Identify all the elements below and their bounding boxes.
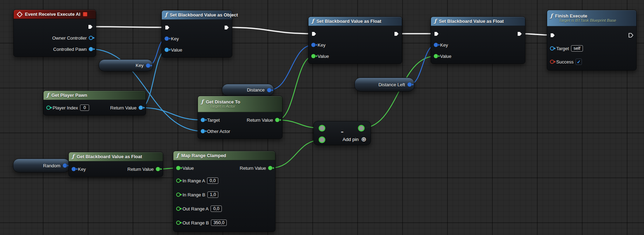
- node-header[interactable]: ƒMap Range Clamped: [173, 151, 275, 160]
- pin-label: Other Actor: [207, 129, 230, 134]
- success-pin[interactable]: [550, 60, 554, 64]
- wire-event_receive_execute_ai-exec_out-to-set_blackboard_value_as_object-exec_in[interactable]: [91, 27, 167, 27]
- node-set-blackboard-value-as-object[interactable]: ƒSet Blackboard Value as ObjectKeyValue: [161, 10, 232, 58]
- key-pin[interactable]: [72, 167, 76, 171]
- blueprint-graph-canvas[interactable]: Event Receive Execute AIOwner Controller…: [0, 0, 644, 235]
- node-get-player-pawn[interactable]: ƒGet Player PawnPlayer Index0Return Valu…: [43, 90, 146, 115]
- pin-row: Value: [162, 44, 232, 55]
- target-value-input[interactable]: self: [571, 45, 583, 52]
- return-value-pin[interactable]: [156, 167, 160, 171]
- function-icon: ƒ: [47, 93, 49, 98]
- node-get-blackboard-value-as-float[interactable]: ƒGet Blackboard Value as FloatKeyReturn …: [68, 152, 163, 177]
- out-pin[interactable]: [267, 88, 271, 92]
- return-value-pin[interactable]: [275, 118, 279, 122]
- node-header[interactable]: ƒGet Blackboard Value as Float: [69, 152, 163, 161]
- wire-get_player_pawn-return_value-to-get_distance_to-target[interactable]: [141, 108, 203, 120]
- out-range-a-pin[interactable]: [176, 207, 180, 211]
- exec-out-pin[interactable]: [224, 25, 229, 30]
- key-pin[interactable]: [165, 36, 169, 41]
- player-index-pin[interactable]: [46, 106, 51, 110]
- exec-in-pin[interactable]: [434, 31, 439, 36]
- value-pin[interactable]: [434, 54, 438, 58]
- pin-label: Key: [78, 167, 86, 172]
- function-icon: ƒ: [165, 12, 167, 18]
- variable-label: Distance: [226, 87, 265, 93]
- node-header[interactable]: ƒFinish ExecuteTarget is BTTask Blueprin…: [547, 10, 636, 26]
- pin-row: [308, 28, 402, 39]
- wire-distance_var-out-to-set_blackboard_value_as_float_1-key[interactable]: [269, 45, 313, 90]
- out-pin[interactable]: [63, 163, 67, 168]
- node-subtract[interactable]: -Add pin⊕: [313, 121, 371, 145]
- node-subtitle: Target is BTTask Blueprint Base: [550, 18, 633, 22]
- owner-controller-pin[interactable]: [89, 36, 93, 40]
- pin-row: Out Range B350,0: [173, 216, 275, 230]
- node-header[interactable]: ƒSet Blackboard Value as Float: [308, 17, 402, 26]
- player-index-value-input[interactable]: 0: [80, 105, 89, 111]
- exec-out-pin[interactable]: [517, 31, 522, 36]
- node-distance-left-var[interactable]: Distance Left: [354, 78, 414, 92]
- key-pin[interactable]: [434, 43, 438, 47]
- in-range-b-pin[interactable]: [176, 193, 180, 197]
- function-icon: ƒ: [177, 153, 179, 158]
- value-pin[interactable]: [165, 48, 169, 52]
- in1-pin[interactable]: [319, 125, 325, 132]
- node-get-distance-to[interactable]: ƒGet Distance ToTarget is ActorTargetRet…: [198, 96, 283, 139]
- node-header[interactable]: ƒSet Blackboard Value as Float: [431, 17, 525, 26]
- target-pin[interactable]: [550, 46, 554, 51]
- in-range-a-pin[interactable]: [176, 179, 180, 183]
- in2-pin[interactable]: [319, 136, 325, 143]
- value-pin[interactable]: [311, 54, 316, 58]
- function-icon: ƒ: [550, 13, 552, 19]
- exec-in-pin[interactable]: [165, 25, 170, 30]
- node-header[interactable]: ƒGet Player Pawn: [44, 91, 146, 100]
- success-checkbox[interactable]: ✓: [576, 59, 582, 65]
- return-value-pin[interactable]: [139, 106, 143, 110]
- node-random-var[interactable]: Random: [13, 159, 70, 173]
- node-header[interactable]: Event Receive Execute AI: [14, 10, 96, 19]
- controlled-pawn-pin[interactable]: [89, 47, 93, 51]
- node-title: Event Receive Execute AI: [25, 12, 80, 17]
- node-header[interactable]: ƒGet Distance ToTarget is Actor: [198, 96, 282, 112]
- node-set-blackboard-value-as-float-2[interactable]: ƒSet Blackboard Value as FloatKeyValue: [431, 16, 525, 64]
- return-value-pin[interactable]: [268, 166, 272, 170]
- node-distance-var[interactable]: Distance: [222, 84, 274, 96]
- exec-out-pin[interactable]: [394, 31, 399, 36]
- exec-in-pin[interactable]: [550, 33, 555, 38]
- wire-map_range_clamped-return_value-to-subtract-in2[interactable]: [270, 140, 322, 168]
- out-range-a-value-input[interactable]: 0,0: [211, 206, 221, 212]
- out-pin[interactable]: [146, 63, 150, 68]
- pin-row: Owner Controller: [14, 32, 96, 43]
- target-pin[interactable]: [201, 118, 205, 122]
- out-range-b-value-input[interactable]: 350,0: [211, 220, 227, 226]
- pin-row: Out Range A0,0: [173, 202, 275, 216]
- key-pin[interactable]: [311, 43, 316, 47]
- variable-label: Key: [103, 63, 144, 68]
- node-event-receive-execute-ai[interactable]: Event Receive Execute AIOwner Controller…: [13, 9, 96, 57]
- node-set-blackboard-value-as-float-1[interactable]: ƒSet Blackboard Value as FloatKeyValue: [308, 16, 402, 64]
- pin-row: In Range B1,0: [173, 188, 275, 202]
- other-actor-pin[interactable]: [201, 129, 205, 133]
- out-pin[interactable]: [358, 125, 365, 132]
- exec-in-pin[interactable]: [311, 31, 317, 36]
- in-range-a-value-input[interactable]: 0,0: [207, 177, 218, 184]
- value-pin[interactable]: [176, 166, 180, 170]
- in-range-b-value-input[interactable]: 1,0: [207, 192, 218, 198]
- node-header[interactable]: ƒSet Blackboard Value as Object: [162, 11, 232, 20]
- node-title: Map Range Clamped: [181, 153, 226, 158]
- add-pin-icon[interactable]: ⊕: [361, 136, 366, 142]
- out-pin[interactable]: [407, 82, 412, 87]
- node-key-var[interactable]: Key: [99, 59, 153, 72]
- node-map-range-clamped[interactable]: ƒMap Range ClampedValueReturn ValueIn Ra…: [173, 151, 275, 232]
- wire-get_distance_to-return_value-to-set_blackboard_value_as_float_1-value[interactable]: [277, 56, 313, 120]
- node-finish-execute[interactable]: ƒFinish ExecuteTarget is BTTask Blueprin…: [547, 10, 637, 70]
- variable-label: Distance Left: [359, 82, 405, 87]
- wire-set_blackboard_value_as_object-exec_out-to-set_blackboard_value_as_float_1-exec_in[interactable]: [227, 27, 314, 34]
- pin-label: Return Value: [247, 118, 273, 123]
- wire-subtract-out-to-set_blackboard_value_as_float_2-value[interactable]: [361, 56, 436, 128]
- node-title: Set Blackboard Value as Float: [316, 19, 381, 24]
- out-range-b-pin[interactable]: [176, 221, 180, 225]
- add-pin-button[interactable]: Add pin⊕: [343, 136, 366, 142]
- pin-label: Target: [556, 46, 569, 51]
- exec-out-pin[interactable]: [88, 24, 93, 29]
- exec-out-pin[interactable]: [628, 33, 633, 38]
